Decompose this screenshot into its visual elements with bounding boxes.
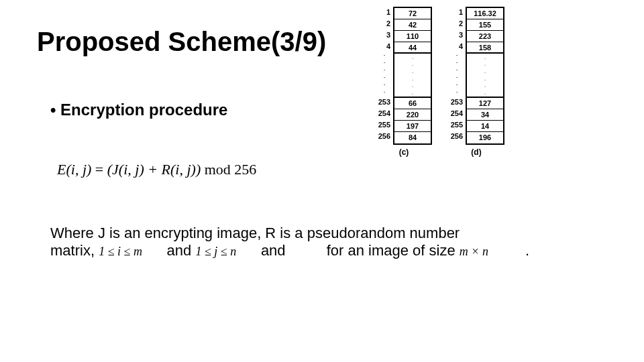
size-mn: m × n [460,245,488,258]
equation: E(i, j) = (J(i, j) + R(i, j)) mod 256 [57,161,256,178]
val-cell: 72 [394,8,431,19]
val-cell: 42 [394,19,431,31]
para-line1: Where J is an encrypting image, R is a p… [50,225,460,241]
val-cell: 223 [467,31,503,42]
idx-cell: 2 [448,18,466,29]
bullet-heading: Encryption procedure [50,101,227,119]
val-cell: 116.32 [467,8,503,19]
eq-lhs: E(i, j) [57,161,91,178]
val-cell: 197 [394,121,431,132]
eq-mod: mod [205,161,235,178]
eq-modval: 256 [234,161,256,178]
idx-dots: . [376,89,393,97]
para-matrix: matrix, [50,242,95,259]
idx-cell: 256 [448,131,466,142]
val-cell: 155 [467,19,503,31]
tables-area: 1 2 3 4 . . . . . . 253 254 255 256 72 4… [376,7,504,157]
table-c: 1 2 3 4 . . . . . . 253 254 255 256 72 4… [376,7,432,157]
val-cell: 44 [394,42,431,54]
idx-cell: 254 [376,108,393,119]
slide-title: Proposed Scheme(3/9) [37,27,326,57]
para-and1: and [167,242,192,259]
table-c-index-col: 1 2 3 4 . . . . . . 253 254 255 256 [376,7,393,145]
val-cell: 158 [467,42,503,54]
para-period: . [525,242,529,259]
table-c-value-col: 72 42 110 44 ...... 66 220 197 84 [393,7,432,145]
eq-rhs1: (J(i, j) + R(i, j)) [107,161,201,178]
idx-cell: 255 [448,119,466,131]
idx-cell: 255 [376,119,393,131]
idx-cell: 253 [448,97,466,108]
val-dots: ...... [394,54,431,98]
idx-cell: 1 [448,7,466,18]
eq-equals: = [95,161,107,178]
table-d-value-col: 116.32 155 223 158 ...... 127 34 14 196 [466,7,504,145]
idx-cell: 254 [448,108,466,119]
idx-cell: 3 [448,29,466,41]
cond-j: 1 ≤ j ≤ n [195,245,236,258]
val-cell: 196 [467,132,503,143]
para-forimg: for an image of size [327,242,455,259]
idx-cell: 2 [376,18,393,29]
cond-i: 1 ≤ i ≤ m [99,245,142,258]
val-cell: 220 [394,109,431,121]
table-d: 1 2 3 4 . . . . . . 253 254 255 256 116.… [448,7,504,157]
val-cell: 34 [467,109,503,121]
val-cell: 66 [394,98,431,109]
idx-cell: 1 [376,7,393,18]
table-d-index-col: 1 2 3 4 . . . . . . 253 254 255 256 [448,7,466,145]
table-c-caption: (c) [399,147,409,157]
description-paragraph: Where J is an encrypting image, R is a p… [50,225,600,260]
val-cell: 110 [394,31,431,42]
val-cell: 127 [467,98,503,109]
val-cell: 84 [394,132,431,143]
idx-dots: . [448,89,466,97]
val-cell: 14 [467,121,503,132]
idx-cell: 3 [376,29,393,41]
table-d-caption: (d) [471,147,481,157]
idx-cell: 256 [376,131,393,142]
idx-cell: 253 [376,97,393,108]
val-dots: ...... [467,54,503,98]
para-and2: and [261,242,286,259]
